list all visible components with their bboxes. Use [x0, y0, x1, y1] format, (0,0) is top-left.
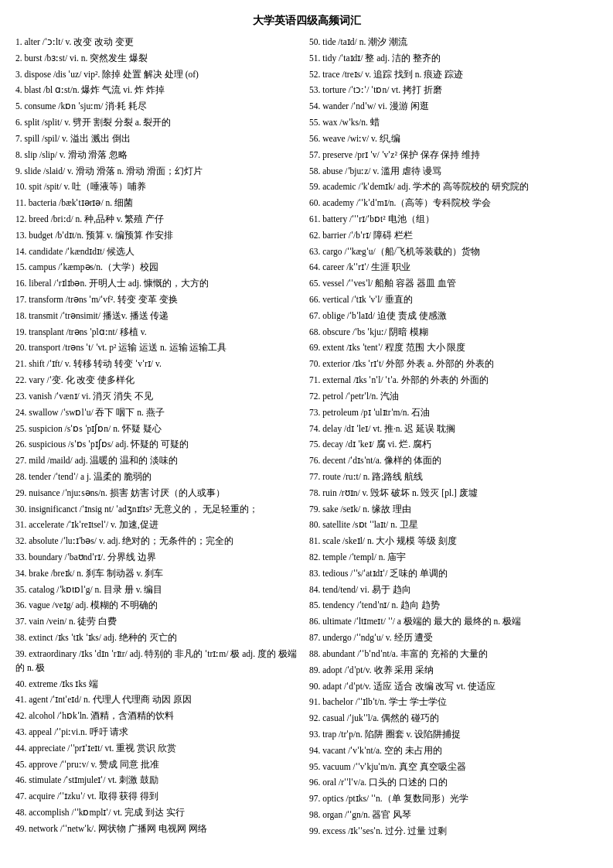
- list-item: 43. appeal /ˈˈpiːvi.n. 呼吁 请求: [15, 726, 301, 740]
- list-item: 23. vanish /ˈvænɪ/ vi. 消灭 消失 不见: [15, 390, 301, 404]
- list-item: 80. satellite /sɒt ˈˈlaɪt/ n. 卫星: [309, 518, 598, 532]
- list-item: 93. trap /trˈp/n. 陷阱 圈套 v. 设陷阱捕捉: [309, 728, 598, 742]
- list-item: 16. liberal /ˈrɪlɪbən. 开明人士 adj. 慷慨的，大方的: [15, 277, 301, 291]
- list-item: 19. transplant /trəns ˈplɑːnt/ 移植 v.: [15, 326, 301, 340]
- list-item: 65. vessel /ˈˈvesˈl/ 船舶 容器 器皿 血管: [309, 277, 598, 291]
- list-item: 59. academic /ˈkˈdemɪk/ adj. 学术的 高等院校的 研…: [309, 180, 598, 194]
- list-item: 29. nuisance /ˈnjuːsəns/n. 损害 妨害 讨厌（的人或事…: [15, 487, 301, 501]
- list-item: 13. budget /bˈdɪt/n. 预算 v. 编预算 作安排: [15, 229, 301, 243]
- list-item: 35. catalog /ˈkɒtɒlˈg/ n. 目录 册 v. 编目: [15, 583, 301, 597]
- list-item: 98. organ /ˈˈgn/n. 器官 风琴: [309, 808, 598, 822]
- list-item: 7. spill /spil/ v. 溢出 溅出 倒出: [15, 132, 301, 146]
- list-item: 64. career /kˈˈrɪˈ/ 生涯 职业: [309, 261, 598, 275]
- list-item: 24. swallow /ˈswɒlˈu/ 吞下 咽下 n. 燕子: [15, 406, 301, 420]
- list-item: 82. temple /ˈtempl/ n. 庙宇: [309, 551, 598, 565]
- list-item: 44. appreciate /ˈˈprɪˈɪeɪt/ vt. 重视 赏识 欣赏: [15, 742, 301, 756]
- list-item: 49. network /ˈˈnetwˈk/. 网状物 广播网 电视网 网络: [15, 822, 301, 836]
- list-item: 25. suspicion /sˈɒs ˈpɪʃɒn/ n. 怀疑 疑心: [15, 422, 301, 436]
- page-title: 大学英语四级高频词汇: [15, 14, 598, 28]
- list-item: 47. acquire /ˈˈɪzkuˈ/ vt. 取得 获得 得到: [15, 790, 301, 804]
- list-item: 51. tidy /ˈtaɪdɪ/ 整 adj. 洁的 整齐的: [309, 52, 598, 66]
- list-item: 53. torture /ˈtɔːˈ/ ˈtɒn/ vt. 拷打 折磨: [309, 84, 598, 97]
- list-item: 97. optics /ptɪks/ ˈˈn.（单 复数同形）光学: [309, 792, 598, 806]
- list-item: 4. blast /bl ɑːst/n. 爆炸 气流 vi. 炸 炸掉: [15, 84, 301, 97]
- list-item: 56. weave /wiːv/ v. 织,编: [309, 132, 598, 146]
- list-item: 15. campus /ˈkæmpəs/n.（大学）校园: [15, 261, 301, 275]
- list-item: 88. abundant /ˈˈbˈndˈnt/a. 丰富的 充裕的 大量的: [309, 648, 598, 661]
- list-item: 40. extreme /ɪks ɪks 端: [15, 678, 301, 692]
- list-item: 79. sake /seɪk/ n. 缘故 理由: [309, 503, 598, 517]
- list-item: 91. bachelor /ˈˈɪlbˈt/n. 学士 学士学位: [309, 695, 598, 709]
- right-column: 50. tide /taɪd/ n. 潮汐 潮流51. tidy /ˈtaɪdɪ…: [309, 36, 598, 841]
- list-item: 75. decay /dɪ ˈkeɪ/ 腐 vi. 烂. 腐朽: [309, 438, 598, 452]
- list-item: 63. cargo /ˈˈkægˈu/（船/飞机等装载的）货物: [309, 245, 598, 259]
- list-item: 32. absolute /ˈluːɪˈbəs/ v. adj. 绝对的；无条件…: [15, 535, 301, 548]
- list-item: 70. exterior /ɪks ˈrɪˈt/ 外部 外表 a. 外部的 外表…: [309, 357, 598, 371]
- list-item: 83. tedious /ˈˈs/ˈatɪdɪˈ/ 乏味的 单调的: [309, 567, 598, 581]
- list-item: 52. trace /treɪs/ v. 追踪 找到 n. 痕迹 踪迹: [309, 68, 598, 82]
- list-item: 2. burst /bɜːst/ vi. n. 突然发生 爆裂: [15, 52, 301, 66]
- list-item: 89. adopt /ˈdˈpt/v. 收养 采用 采纳: [309, 664, 598, 678]
- list-item: 71. external /ɪks ˈnˈl/ ˈtˈa. 外部的 外表的 外面…: [309, 374, 598, 388]
- list-item: 95. vacuum /ˈˈvˈkjuˈm/n. 真空 真空吸尘器: [309, 760, 598, 774]
- list-item: 42. alcohol /ˈhɒkˈln. 酒精，含酒精的饮料: [15, 709, 301, 723]
- list-item: 54. wander /ˈndˈw/ vi. 漫游 闲逛: [309, 100, 598, 114]
- list-item: 6. split /split/ v. 劈开 割裂 分裂 a. 裂开的: [15, 116, 301, 130]
- list-item: 58. abuse /ˈbjuːz/ v. 滥用 虐待 谩骂: [309, 165, 598, 179]
- list-item: 46. stimulate /ˈstɪmjuleɪˈ/ vt. 刺激 鼓励: [15, 774, 301, 788]
- list-item: 61. battery /ˈˈˈrɪ/ˈbɒt² 电池（组）: [309, 213, 598, 227]
- list-item: 85. tendency /ˈtendˈnɪ/ n. 趋向 趋势: [309, 599, 598, 613]
- list-item: 36. vague /veɪg/ adj. 模糊的 不明确的: [15, 599, 301, 613]
- list-item: 86. ultimate /ˈltɪmeɪt/ ˈˈ/ a 极端的 最大的 最终…: [309, 615, 598, 629]
- list-item: 76. decent /ˈdɪsˈnt/a. 像样的 体面的: [309, 454, 598, 468]
- left-column: 1. alter /ˈɔːlt/ v. 改变 改动 变更2. burst /bɜ…: [15, 36, 301, 841]
- list-item: 18. transmit /ˈtrənsimit/ 播送v. 播送 传递: [15, 309, 301, 323]
- list-item: 10. spit /spit/ v. 吐（唾液等）哺养: [15, 180, 301, 194]
- list-item: 84. tend/tend/ vi. 易于 趋向: [309, 583, 598, 597]
- list-item: 1. alter /ˈɔːlt/ v. 改变 改动 变更: [15, 36, 301, 50]
- list-item: 77. route /ruːt/ n. 路;路线 航线: [309, 470, 598, 484]
- list-item: 94. vacant /ˈvˈkˈnt/a. 空的 未占用的: [309, 744, 598, 758]
- list-item: 27. mild /maild/ adj. 温暖的 温和的 淡味的: [15, 454, 301, 468]
- list-item: 28. tender /ˈtendˈ/ a j. 温柔的 脆弱的: [15, 470, 301, 484]
- list-item: 66. vertical /ˈtɪk ˈvˈl/ 垂直的: [309, 293, 598, 307]
- list-item: 31. accelerate /ˈɪkˈreɪtselˈ/ v. 加速,促进: [15, 518, 301, 532]
- list-item: 26. suspicious /sˈɒs ˈpɪʃɒs/ adj. 怀疑的 可疑…: [15, 438, 301, 452]
- list-item: 21. shift /ˈɪft/ v. 转移 转动 转变 ˈvˈrɪ/ v.: [15, 357, 301, 371]
- list-item: 11. bacteria /bækˈtɪərɪə/ n. 细菌: [15, 196, 301, 210]
- list-item: 68. obscure /ˈbs ˈkjuː/ 阴暗 模糊: [309, 326, 598, 340]
- list-item: 60. academy /ˈˈkˈdˈmɪ/n.（高等）专科院校 学会: [309, 196, 598, 210]
- list-item: 14. candidate /ˈkændɪdɪt/ 候选人: [15, 245, 301, 259]
- list-item: 92. casual /ˈjukˈˈl/a. 偶然的 碰巧的: [309, 712, 598, 726]
- list-item: 12. breed /briːd/ n. 种,品种 v. 繁殖 产仔: [15, 213, 301, 227]
- list-item: 67. oblige /ˈbˈlaɪd/ 迫使 责成 使感激: [309, 309, 598, 323]
- list-item: 90. adapt /ˈdˈpt/v. 适应 适合 改编 改写 vt. 使适应: [309, 680, 598, 694]
- list-item: 38. extinct /ɪks ˈtɪk ˈɪks/ adj. 绝种的 灭亡的: [15, 631, 301, 645]
- list-item: 8. slip /slip/ v. 滑动 滑落 忽略: [15, 149, 301, 162]
- list-item: 50. tide /taɪd/ n. 潮汐 潮流: [309, 36, 598, 50]
- list-item: 55. wax /wˈks/n. 蜡: [309, 116, 598, 130]
- list-item: 99. excess /ɪkˈˈsesˈn. 过分. 过量 过剩: [309, 825, 598, 839]
- list-item: 72. petrol /ˈpetrˈl/n. 汽油: [309, 390, 598, 404]
- list-item: 3. dispose /dis ˈuz/ vip². 除掉 处置 解决 处理 (…: [15, 68, 301, 82]
- list-item: 45. approve /ˈˈpruːv/ v. 赞成 同意 批准: [15, 758, 301, 772]
- list-item: 22. vary /ˈ变. 化 改变 使多样化: [15, 374, 301, 388]
- list-item: 62. barrier /ˈ/bˈrɪ/ 障碍 栏栏: [309, 229, 598, 243]
- list-item: 33. boundary /ˈbaʊndˈrɪ/. 分界线 边界: [15, 551, 301, 565]
- list-item: 81. scale /skeɪl/ n. 大小 规模 等级 刻度: [309, 535, 598, 548]
- list-item: 57. preserve /prɪ ˈv/ ˈvˈz² 保护 保存 保持 维持: [309, 149, 598, 162]
- list-item: 48. accomplish /ˈˈkɒmplɪˈ/ vt. 完成 到达 实行: [15, 806, 301, 820]
- list-item: 39. extraordinary /ɪks ˈdɪn ˈrɪtr/ adj. …: [15, 648, 301, 675]
- list-item: 17. transform /trəns ˈm/ˈvf². 转变 变革 变换: [15, 293, 301, 307]
- list-item: 74. delay /dɪ ˈleɪ/ vt. 推·n. 迟 延误 耽搁: [309, 422, 598, 436]
- list-item: 41. agent /ˈɪntˈeɪd/ n. 代理人 代理商 动因 原因: [15, 693, 301, 707]
- list-item: 69. extent /ɪks ˈtentˈ/ 程度 范围 大小 限度: [309, 341, 598, 355]
- list-item: 96. oral /rˈˈlˈv/a. 口头的 口述的 口的: [309, 776, 598, 790]
- list-item: 73. petroleum /pɪ ˈulɪtrˈm/n. 石油: [309, 406, 598, 420]
- list-item: 5. consume /kɒn ˈsjuːm/ 消·耗 耗尽: [15, 100, 301, 114]
- list-item: 30. insignificanct /ˈɪnsig nt/ ˈadʒnɪfɪs…: [15, 503, 301, 517]
- list-item: 20. transport /trəns ˈt/ ˈvt. p² 运输 运送 n…: [15, 341, 301, 355]
- list-item: 9. slide /slaid/ v. 滑动 滑落 n. 滑动 滑面；幻灯片: [15, 165, 301, 179]
- list-item: 37. vain /vein/ n. 徒劳 白费: [15, 615, 301, 629]
- list-item: 87. undergo /ˈˈndgˈu/ v. 经历 遭受: [309, 631, 598, 645]
